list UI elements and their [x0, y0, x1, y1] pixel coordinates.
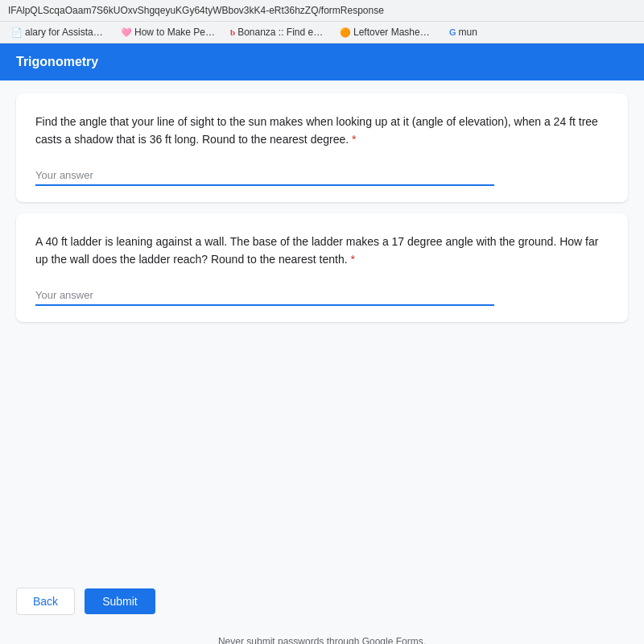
bookmark-salary-label: alary for Assistant... — [25, 27, 106, 38]
answer-input-2[interactable] — [35, 285, 494, 306]
question-card-1: Find the angle that your line of sight t… — [16, 93, 628, 202]
question-text-2: A 40 ft ladder is leaning against a wall… — [35, 233, 609, 269]
form-footer: Never submit passwords through Google Fo… — [0, 628, 644, 644]
buttons-area: Back Submit — [0, 580, 644, 628]
bookmark-mun-label: mun — [459, 27, 477, 38]
question-text-1: Find the angle that your line of sight t… — [35, 113, 609, 149]
bookmark-salary[interactable]: 📄 alary for Assistant... — [6, 25, 111, 39]
browser-url-bar: IFAlpQLScqaOaam7S6kUOxvShgqeyuKGy64tyWBb… — [0, 0, 644, 22]
bookmark-salary-icon: 📄 — [11, 27, 23, 38]
question-card-2: A 40 ft ladder is leaning against a wall… — [16, 213, 628, 322]
required-star-1: * — [352, 133, 356, 146]
footer-warning: Never submit passwords through Google Fo… — [16, 636, 628, 644]
bookmark-leftover[interactable]: 🟠 Leftover Mashed P... — [335, 25, 440, 39]
back-button[interactable]: Back — [16, 588, 75, 615]
submit-button[interactable]: Submit — [85, 588, 155, 614]
bookmark-howto-label: How to Make Perfe... — [134, 27, 216, 38]
form-title: Trigonometry — [16, 55, 98, 68]
bookmark-mun[interactable]: G mun — [444, 25, 482, 39]
bookmark-mun-icon: G — [449, 27, 456, 37]
form-header: Trigonometry — [0, 43, 644, 80]
bookmarks-bar: 📄 alary for Assistant... 🩷 How to Make P… — [0, 22, 644, 43]
bookmark-howto-icon: 🩷 — [121, 27, 132, 38]
page-content: Trigonometry Find the angle that your li… — [0, 43, 644, 644]
bookmark-bonanza-icon: b — [230, 27, 235, 37]
bookmark-howto[interactable]: 🩷 How to Make Perfe... — [116, 25, 221, 39]
bookmark-bonanza-label: Bonanza :: Find eve... — [237, 27, 325, 38]
answer-input-1[interactable] — [35, 165, 494, 186]
bookmark-leftover-label: Leftover Mashed P... — [353, 27, 435, 38]
bookmark-bonanza[interactable]: b Bonanza :: Find eve... — [225, 25, 330, 39]
form-body: Find the angle that your line of sight t… — [0, 80, 644, 580]
required-star-2: * — [351, 253, 355, 266]
bookmark-leftover-icon: 🟠 — [340, 27, 351, 38]
